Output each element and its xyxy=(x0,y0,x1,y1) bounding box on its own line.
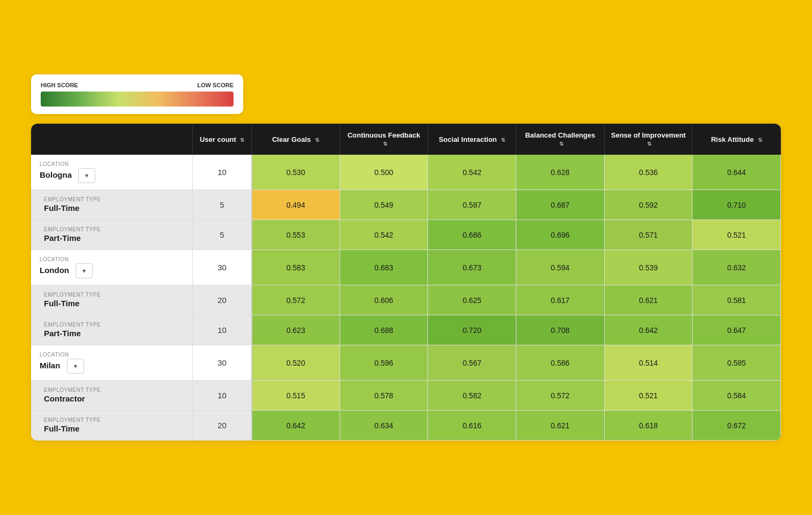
score-cell: 0.632 xyxy=(693,250,781,285)
col-header-cleargoals[interactable]: Clear Goals ⇅ xyxy=(252,124,340,155)
col-header-usercount[interactable]: User count ⇅ xyxy=(193,124,252,155)
table-body: LOCATION Bologna ▾100.5300.5000.5420.628… xyxy=(31,155,781,441)
main-label: Part-Time xyxy=(44,233,81,243)
count-cell: 20 xyxy=(193,411,252,441)
expand-button[interactable]: ▾ xyxy=(76,263,93,278)
main-label: Bologna xyxy=(40,170,72,179)
col-header-balancedchallenges-text: Balanced Challenges xyxy=(525,131,595,139)
score-cell: 0.688 xyxy=(340,315,428,345)
score-cell: 0.583 xyxy=(252,250,340,285)
table-row: LOCATION Milan ▾300.5200.5960.5670.5860.… xyxy=(31,345,781,381)
label-cell: EMPLOYMENT TYPE Full-Time xyxy=(31,411,193,441)
main-label: Full-Time xyxy=(44,203,79,213)
label-cell: LOCATION Bologna ▾ xyxy=(31,155,193,190)
col-header-continuousfeedback[interactable]: Continuous Feedback ⇅ xyxy=(340,124,428,155)
label-cell: EMPLOYMENT TYPE Part-Time xyxy=(31,220,193,250)
score-cell: 0.521 xyxy=(693,220,781,250)
score-cell: 0.530 xyxy=(252,155,340,190)
score-cell: 0.587 xyxy=(428,190,516,220)
type-label: EMPLOYMENT TYPE xyxy=(44,292,184,298)
table-row: EMPLOYMENT TYPE Full-Time 200.6420.6340.… xyxy=(31,411,781,441)
score-cell: 0.617 xyxy=(516,285,605,315)
label-cell: EMPLOYMENT TYPE Part-Time xyxy=(31,315,193,345)
table-row: LOCATION Bologna ▾100.5300.5000.5420.628… xyxy=(31,155,781,190)
col-header-cleargoals-text: Clear Goals xyxy=(272,135,311,143)
score-cell: 0.515 xyxy=(252,381,340,411)
table-row: EMPLOYMENT TYPE Full-Time 200.5720.6060.… xyxy=(31,285,781,315)
sort-icon-cleargoals: ⇅ xyxy=(315,137,319,143)
score-cell: 0.720 xyxy=(428,315,516,345)
type-label: LOCATION xyxy=(40,352,184,358)
count-cell: 10 xyxy=(193,155,252,190)
expand-button[interactable]: ▾ xyxy=(78,168,95,183)
score-cell: 0.536 xyxy=(604,155,693,190)
score-cell: 0.539 xyxy=(604,250,693,285)
score-cell: 0.621 xyxy=(604,285,693,315)
table-header-row: User count ⇅ Clear Goals ⇅ Continuous Fe… xyxy=(31,124,781,155)
col-header-senseofimprovement[interactable]: Sense of Improvement ⇅ xyxy=(604,124,693,155)
col-header-usercount-text: User count xyxy=(200,135,236,143)
sort-icon-socialinteraction: ⇅ xyxy=(501,137,505,143)
score-cell: 0.572 xyxy=(516,381,605,411)
type-label: EMPLOYMENT TYPE xyxy=(44,322,184,328)
main-label: Full-Time xyxy=(44,299,79,308)
score-cell: 0.581 xyxy=(693,285,781,315)
main-label: Contractor xyxy=(44,394,85,403)
main-label: Milan xyxy=(40,361,60,370)
legend-gradient xyxy=(41,92,234,107)
table-row: EMPLOYMENT TYPE Part-Time 100.6230.6880.… xyxy=(31,315,781,345)
legend-high-label: HIGH SCORE xyxy=(41,82,78,88)
data-table: User count ⇅ Clear Goals ⇅ Continuous Fe… xyxy=(31,124,781,441)
score-cell: 0.542 xyxy=(340,220,428,250)
score-cell: 0.578 xyxy=(340,381,428,411)
score-cell: 0.696 xyxy=(516,220,605,250)
score-cell: 0.494 xyxy=(252,190,340,220)
score-cell: 0.687 xyxy=(516,190,605,220)
count-cell: 10 xyxy=(193,381,252,411)
col-header-socialinteraction[interactable]: Social Interaction ⇅ xyxy=(428,124,516,155)
score-cell: 0.596 xyxy=(340,345,428,381)
score-cell: 0.616 xyxy=(428,411,516,441)
score-cell: 0.647 xyxy=(693,315,781,345)
score-cell: 0.628 xyxy=(516,155,605,190)
table-row: EMPLOYMENT TYPE Contractor 100.5150.5780… xyxy=(31,381,781,411)
type-label: LOCATION xyxy=(40,161,184,167)
sort-icon-continuousfeedback: ⇅ xyxy=(383,141,387,147)
score-cell: 0.542 xyxy=(428,155,516,190)
data-table-wrapper: User count ⇅ Clear Goals ⇅ Continuous Fe… xyxy=(31,124,781,441)
score-cell: 0.572 xyxy=(252,285,340,315)
main-label: London xyxy=(40,266,69,275)
main-label: Part-Time xyxy=(44,329,81,338)
col-header-balancedchallenges[interactable]: Balanced Challenges ⇅ xyxy=(516,124,605,155)
count-cell: 20 xyxy=(193,285,252,315)
sort-icon-senseofimprovement: ⇅ xyxy=(647,141,651,147)
score-cell: 0.625 xyxy=(428,285,516,315)
col-header-senseofimprovement-text: Sense of Improvement xyxy=(611,131,686,139)
expand-button[interactable]: ▾ xyxy=(67,359,84,374)
col-header-continuousfeedback-text: Continuous Feedback xyxy=(348,131,420,139)
table-row: LOCATION London ▾300.5830.6830.6730.5940… xyxy=(31,250,781,285)
main-label: Full-Time xyxy=(44,424,79,433)
score-cell: 0.672 xyxy=(693,411,781,441)
col-header-socialinteraction-text: Social Interaction xyxy=(439,135,497,143)
score-cell: 0.582 xyxy=(428,381,516,411)
label-cell: EMPLOYMENT TYPE Contractor xyxy=(31,381,193,411)
legend: HIGH SCORE LOW SCORE xyxy=(31,74,243,114)
sort-icon-balancedchallenges: ⇅ xyxy=(559,141,563,147)
score-cell: 0.673 xyxy=(428,250,516,285)
score-cell: 0.708 xyxy=(516,315,605,345)
type-label: EMPLOYMENT TYPE xyxy=(44,387,184,393)
score-cell: 0.520 xyxy=(252,345,340,381)
col-header-riskattitude[interactable]: Risk Attitude ⇅ xyxy=(693,124,781,155)
count-cell: 5 xyxy=(193,190,252,220)
sort-icon-riskattitude: ⇅ xyxy=(758,137,762,143)
table-row: EMPLOYMENT TYPE Part-Time 50.5530.5420.6… xyxy=(31,220,781,250)
legend-low-label: LOW SCORE xyxy=(197,82,234,88)
col-header-label xyxy=(31,124,193,155)
label-cell: EMPLOYMENT TYPE Full-Time xyxy=(31,190,193,220)
score-cell: 0.618 xyxy=(604,411,693,441)
score-cell: 0.592 xyxy=(604,190,693,220)
score-cell: 0.644 xyxy=(693,155,781,190)
score-cell: 0.521 xyxy=(604,381,693,411)
score-cell: 0.683 xyxy=(340,250,428,285)
